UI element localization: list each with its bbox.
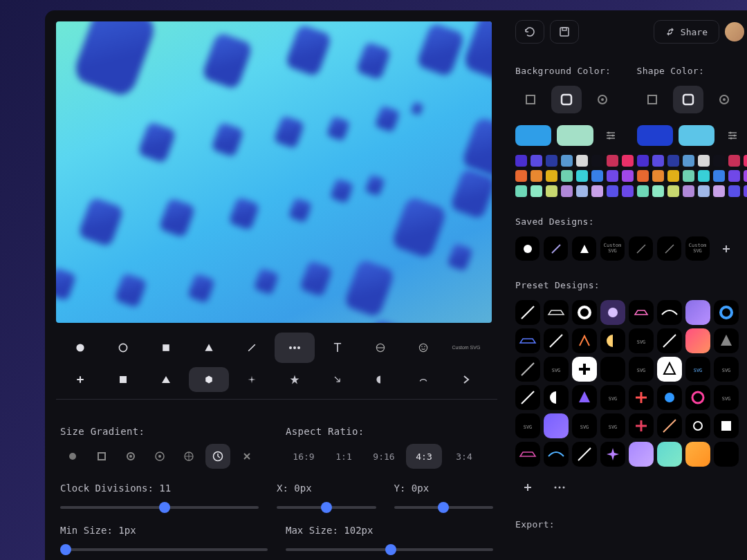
preset-design[interactable]: [629, 413, 654, 438]
grad-grid[interactable]: [176, 444, 201, 469]
palette-swatch[interactable]: [713, 155, 725, 167]
preset-design[interactable]: SVG: [544, 357, 569, 382]
bg-fill-solid[interactable]: [515, 86, 546, 113]
aspect-ratio-3-4[interactable]: 3:4: [446, 444, 482, 469]
preset-design[interactable]: [572, 385, 597, 410]
palette-swatch[interactable]: [667, 185, 679, 197]
shape-smiley[interactable]: [403, 333, 443, 363]
preset-design[interactable]: [600, 357, 625, 382]
palette-swatch[interactable]: [607, 170, 618, 182]
palette-swatch[interactable]: [561, 185, 573, 197]
preset-design[interactable]: SVG: [572, 413, 597, 438]
preset-design[interactable]: [544, 328, 569, 353]
preset-design[interactable]: [685, 413, 710, 438]
saved-design[interactable]: [629, 236, 653, 261]
preset-design[interactable]: [544, 442, 569, 467]
shape-text[interactable]: T: [317, 333, 358, 363]
preview-canvas[interactable]: [56, 21, 492, 323]
saved-design[interactable]: [515, 236, 540, 261]
add-preset[interactable]: [515, 475, 540, 500]
preset-more[interactable]: [547, 475, 572, 500]
preset-design[interactable]: [685, 385, 710, 410]
palette-swatch[interactable]: [637, 170, 649, 182]
preset-design[interactable]: SVG: [629, 328, 654, 353]
preset-design[interactable]: [515, 357, 540, 382]
shape-custom-svg[interactable]: Custom SVG: [446, 333, 486, 363]
aspect-ratio-4-3[interactable]: 4:3: [406, 444, 442, 469]
shape-square-small[interactable]: [103, 367, 143, 392]
shape-circle-fill[interactable]: [60, 333, 100, 363]
shape-color-primary[interactable]: [637, 125, 673, 146]
palette-swatch[interactable]: [576, 185, 588, 197]
refresh-button[interactable]: [515, 20, 544, 44]
preset-design[interactable]: SVG: [714, 357, 739, 382]
palette-swatch[interactable]: [607, 155, 618, 167]
preset-design[interactable]: SVG: [600, 413, 625, 438]
shape-triangle[interactable]: [189, 333, 229, 363]
palette-swatch[interactable]: [576, 170, 588, 182]
preset-design[interactable]: [685, 442, 710, 467]
preset-design[interactable]: [515, 385, 540, 410]
preset-design[interactable]: SVG: [629, 357, 654, 382]
shape-fill-radial[interactable]: [709, 86, 739, 113]
preset-design[interactable]: [544, 385, 569, 410]
aspect-ratio-1-1[interactable]: 1:1: [326, 444, 362, 469]
palette-swatch[interactable]: [744, 185, 748, 197]
palette-swatch[interactable]: [515, 185, 527, 197]
preset-design[interactable]: [685, 300, 710, 325]
preset-design[interactable]: [629, 300, 654, 325]
preset-design[interactable]: [515, 328, 540, 353]
preset-design[interactable]: [685, 328, 710, 353]
palette-swatch[interactable]: [652, 170, 664, 182]
user-avatar[interactable]: [725, 22, 744, 41]
shape-fill-outline[interactable]: [673, 86, 703, 113]
aspect-ratio-16-9[interactable]: 16:9: [286, 444, 322, 469]
palette-swatch[interactable]: [591, 170, 603, 182]
bg-fill-outline[interactable]: [551, 86, 582, 113]
saved-design[interactable]: Custom SVG: [685, 236, 710, 261]
preset-design[interactable]: [544, 300, 569, 325]
preset-design[interactable]: SVG: [714, 385, 739, 410]
save-button[interactable]: [550, 20, 579, 44]
preset-design[interactable]: [572, 442, 597, 467]
palette-swatch[interactable]: [698, 170, 710, 182]
palette-swatch[interactable]: [744, 170, 748, 182]
palette-swatch[interactable]: [546, 155, 557, 167]
shape-halfmoon[interactable]: [360, 367, 400, 392]
palette-swatch[interactable]: [531, 170, 542, 182]
preset-design[interactable]: [714, 300, 739, 325]
palette-swatch[interactable]: [683, 155, 694, 167]
max-size-slider[interactable]: [286, 548, 493, 551]
palette-swatch[interactable]: [698, 185, 710, 197]
palette-swatch[interactable]: [698, 155, 710, 167]
palette-swatch[interactable]: [683, 185, 694, 197]
palette-swatch[interactable]: [561, 170, 573, 182]
preset-design[interactable]: [572, 357, 597, 382]
shape-arrow[interactable]: [317, 367, 358, 392]
preset-design[interactable]: SVG: [515, 413, 540, 438]
preset-design[interactable]: [657, 328, 682, 353]
palette-swatch[interactable]: [683, 170, 694, 182]
shape-triangle-small[interactable]: [146, 367, 186, 392]
shape-target[interactable]: [360, 333, 400, 363]
shape-circle-outline[interactable]: [103, 333, 143, 363]
palette-swatch[interactable]: [728, 170, 740, 182]
preset-design[interactable]: [600, 442, 625, 467]
clock-divisions-slider[interactable]: [60, 506, 259, 509]
palette-swatch[interactable]: [546, 185, 557, 197]
palette-swatch[interactable]: [622, 185, 634, 197]
preset-design[interactable]: [657, 385, 682, 410]
shape-color-adjust[interactable]: [720, 123, 744, 148]
palette-swatch[interactable]: [561, 155, 573, 167]
palette-swatch[interactable]: [713, 185, 725, 197]
y-offset-slider[interactable]: [394, 506, 494, 509]
palette-swatch[interactable]: [622, 155, 634, 167]
palette-swatch[interactable]: [607, 185, 618, 197]
shape-line[interactable]: [232, 333, 272, 363]
shape-arc[interactable]: [403, 367, 443, 392]
grad-circle[interactable]: [118, 444, 143, 469]
saved-design[interactable]: [657, 236, 681, 261]
aspect-ratio-9-16[interactable]: 9:16: [366, 444, 402, 469]
palette-swatch[interactable]: [744, 155, 748, 167]
add-saved-design[interactable]: [714, 236, 738, 261]
